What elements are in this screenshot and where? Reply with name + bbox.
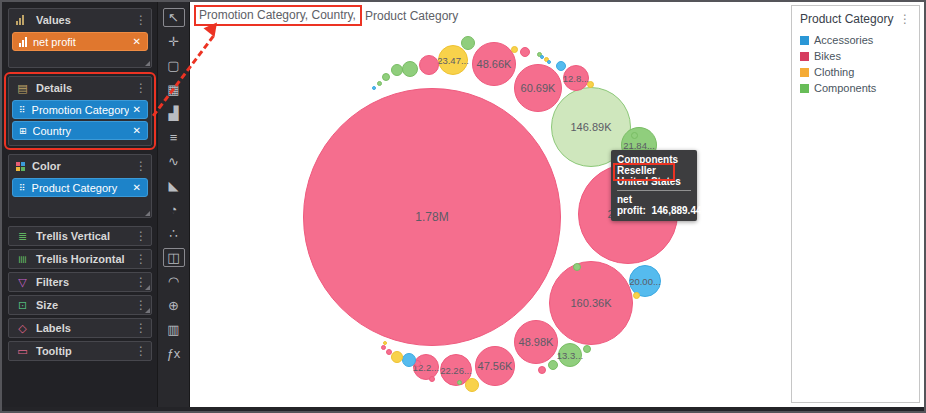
kebab-menu-icon[interactable]: ⋮ bbox=[135, 252, 147, 266]
area-chart-tool[interactable]: ◣ bbox=[163, 176, 185, 195]
bubble[interactable] bbox=[633, 292, 640, 299]
panel-color-header[interactable]: Color ⋮ bbox=[9, 155, 151, 177]
bubble-12-8-[interactable]: 12.8... bbox=[563, 65, 589, 91]
legend-swatch bbox=[800, 68, 809, 77]
data-binding-sidebar: Values ⋮ net profit✕ ▤ Details ⋮ ⠿Promot… bbox=[2, 2, 157, 407]
panel-size[interactable]: ⊡Size⋮ bbox=[8, 295, 152, 315]
panel-filters[interactable]: ▽Filters⋮ bbox=[8, 272, 152, 292]
bubble-13-3-[interactable]: 13.3... bbox=[558, 343, 582, 367]
bubble[interactable] bbox=[419, 55, 439, 75]
kebab-menu-icon[interactable]: ⋮ bbox=[135, 13, 147, 27]
remove-field-icon[interactable]: ✕ bbox=[133, 36, 141, 47]
bubble[interactable] bbox=[377, 81, 382, 86]
bubble[interactable] bbox=[429, 376, 435, 382]
kebab-menu-icon[interactable]: ⋮ bbox=[135, 344, 147, 358]
bubble-160-36k[interactable]: 160.36K bbox=[549, 261, 633, 345]
kebab-menu-icon[interactable]: ⋮ bbox=[135, 159, 147, 173]
pointer-tool[interactable]: ↖ bbox=[163, 8, 185, 27]
bubble[interactable] bbox=[465, 378, 479, 392]
field-chip-country[interactable]: ⊞Country✕ bbox=[12, 121, 148, 140]
kebab-menu-icon[interactable]: ⋮ bbox=[135, 275, 147, 289]
bubble[interactable] bbox=[556, 61, 566, 71]
chart-title-details: Promotion Category, Country, bbox=[199, 8, 356, 22]
marquee-select-tool[interactable]: ▢ bbox=[163, 56, 185, 75]
formula-tool[interactable]: ƒx bbox=[163, 344, 185, 363]
pivot-grid-tool[interactable]: ▥ bbox=[163, 320, 185, 339]
remove-field-icon[interactable]: ✕ bbox=[133, 182, 141, 193]
panel-values: Values ⋮ net profit✕ bbox=[8, 8, 152, 68]
bubble[interactable] bbox=[548, 360, 558, 370]
legend-area: Product Category ⋮ AccessoriesBikesCloth… bbox=[789, 2, 924, 407]
bubble[interactable] bbox=[381, 345, 386, 350]
bubble[interactable] bbox=[386, 349, 392, 355]
bubble-47-56k[interactable]: 47.56K bbox=[475, 346, 515, 386]
kebab-menu-icon[interactable]: ⋮ bbox=[135, 81, 147, 95]
map-tool[interactable]: ⊕ bbox=[163, 296, 185, 315]
bubble[interactable] bbox=[402, 353, 416, 367]
bubble-1-78m[interactable]: 1.78M bbox=[303, 88, 561, 346]
bubble[interactable] bbox=[461, 36, 475, 50]
kebab-menu-icon[interactable]: ⋮ bbox=[135, 298, 147, 312]
bubble[interactable] bbox=[573, 263, 581, 271]
legend-label: Bikes bbox=[814, 50, 841, 62]
legend-panel: Product Category ⋮ AccessoriesBikesCloth… bbox=[791, 5, 920, 403]
legend-label: Clothing bbox=[814, 66, 854, 78]
field-chip-label: Product Category bbox=[32, 182, 129, 194]
scatter-chart-tool[interactable]: ∴ bbox=[163, 224, 185, 243]
column-chart-tool[interactable]: ▟ bbox=[163, 104, 185, 123]
remove-field-icon[interactable]: ✕ bbox=[133, 104, 141, 115]
legend-items: AccessoriesBikesClothingComponents bbox=[800, 34, 911, 94]
pie-chart-tool[interactable]: ◔ bbox=[163, 200, 185, 219]
bubble[interactable] bbox=[547, 60, 551, 64]
bubble[interactable] bbox=[391, 351, 403, 363]
legend-title: Product Category bbox=[800, 12, 899, 26]
bubble[interactable] bbox=[587, 81, 594, 88]
kebab-menu-icon[interactable]: ⋮ bbox=[135, 229, 147, 243]
bubble[interactable] bbox=[457, 380, 462, 385]
bubble-23-47-[interactable]: 23.47... bbox=[438, 45, 468, 75]
panel-labels[interactable]: ◇Labels⋮ bbox=[8, 318, 152, 338]
bubble[interactable] bbox=[391, 64, 403, 76]
values-bars-icon bbox=[16, 15, 29, 25]
bubble[interactable] bbox=[511, 46, 518, 53]
line-chart-tool[interactable]: ∿ bbox=[163, 152, 185, 171]
panel-tooltip[interactable]: ▭Tooltip⋮ bbox=[8, 341, 152, 361]
legend-item-bikes[interactable]: Bikes bbox=[800, 50, 911, 62]
panel-title: Filters bbox=[36, 276, 135, 288]
title-annotation-box: Promotion Category, Country, bbox=[194, 5, 362, 26]
bar-chart-tool[interactable]: ≡ bbox=[163, 128, 185, 147]
bubble-12-2-[interactable]: 12.2... bbox=[413, 354, 439, 380]
bubble[interactable] bbox=[382, 73, 390, 81]
treemap-tool[interactable]: ◫ bbox=[163, 248, 185, 267]
bubble[interactable] bbox=[583, 345, 591, 353]
field-chip-promotion-category[interactable]: ⠿Promotion Category✕ bbox=[12, 100, 148, 119]
bubble-48-66k[interactable]: 48.66K bbox=[472, 42, 516, 86]
panel-trellis-horizontal[interactable]: ≣Trellis Horizontal⋮ bbox=[8, 249, 152, 269]
bubble[interactable] bbox=[538, 366, 546, 374]
panel-details-header[interactable]: ▤ Details ⋮ bbox=[9, 77, 151, 99]
bubble-48-98k[interactable]: 48.98K bbox=[514, 320, 558, 364]
bar-chart-icon bbox=[19, 37, 27, 47]
field-chip-net-profit[interactable]: net profit✕ bbox=[12, 32, 148, 51]
kebab-menu-icon[interactable]: ⋮ bbox=[135, 321, 147, 335]
legend-item-accessories[interactable]: Accessories bbox=[800, 34, 911, 46]
chart-canvas: Promotion Category, Country, Product Cat… bbox=[190, 2, 789, 407]
field-chip-label: Promotion Category bbox=[32, 104, 129, 116]
bubble-60-69k[interactable]: 60.69K bbox=[514, 64, 562, 112]
panel-color: Color ⋮ ⠿Product Category✕ bbox=[8, 154, 152, 218]
kebab-menu-icon[interactable]: ⋮ bbox=[899, 12, 911, 26]
remove-field-icon[interactable]: ✕ bbox=[133, 125, 141, 136]
panel-trellis-vertical[interactable]: ≣Trellis Vertical⋮ bbox=[8, 226, 152, 246]
bubble[interactable] bbox=[631, 132, 638, 139]
bubble[interactable] bbox=[383, 341, 387, 345]
collapsed-panels: ≣Trellis Vertical⋮≣Trellis Horizontal⋮▽F… bbox=[8, 226, 152, 361]
bubble[interactable] bbox=[372, 86, 376, 90]
bubble[interactable] bbox=[402, 61, 418, 77]
legend-item-clothing[interactable]: Clothing bbox=[800, 66, 911, 78]
panel-values-header[interactable]: Values ⋮ bbox=[9, 9, 151, 31]
gauge-tool[interactable]: ◠ bbox=[163, 272, 185, 291]
field-chip-product-category[interactable]: ⠿Product Category✕ bbox=[12, 178, 148, 197]
bubble[interactable] bbox=[520, 47, 530, 57]
crosshair-tool[interactable]: ✛ bbox=[163, 32, 185, 51]
legend-item-components[interactable]: Components bbox=[800, 82, 911, 94]
